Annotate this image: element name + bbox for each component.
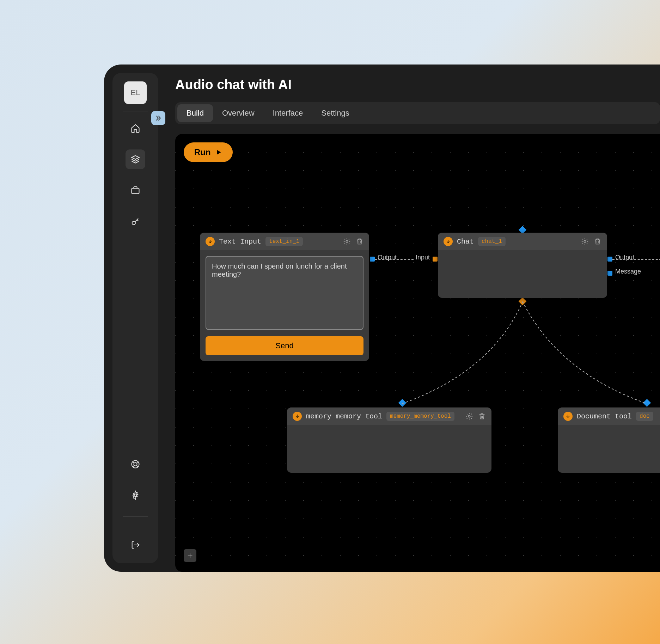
arrow-down-icon (566, 414, 570, 419)
port-input[interactable] (433, 257, 438, 262)
add-node-button[interactable]: + (184, 549, 196, 562)
chevron-double-right-icon (155, 115, 162, 122)
arrow-down-icon (295, 414, 300, 419)
connector-2 (612, 259, 660, 260)
node-id: text_in_1 (265, 237, 303, 246)
node-id: memory_memory_tool (386, 412, 454, 421)
text-input-field[interactable] (206, 256, 363, 330)
expand-sidebar-button[interactable] (151, 111, 165, 125)
gear-icon[interactable] (465, 412, 473, 420)
tab-settings[interactable]: Settings (312, 104, 359, 122)
tab-interface[interactable]: Interface (264, 104, 312, 122)
nav-help[interactable] (126, 454, 145, 474)
node-header: Chat chat_1 (438, 233, 607, 250)
page-title: Audio chat with AI (175, 77, 660, 92)
nav-logout[interactable] (126, 535, 145, 555)
run-button[interactable]: Run (184, 142, 233, 162)
gear-icon (130, 490, 140, 500)
node-body: Send (200, 250, 369, 361)
connector-1 (375, 259, 414, 260)
port-output-label: Output (378, 254, 397, 261)
port-chat-message[interactable] (607, 271, 612, 276)
arrow-down-icon (446, 239, 451, 244)
gear-icon[interactable] (581, 238, 589, 245)
node-actions (581, 238, 601, 245)
nav-settings[interactable] (126, 485, 145, 505)
port-chat-output-label: Output (615, 254, 634, 261)
nav-key[interactable] (126, 211, 145, 231)
canvas[interactable]: Run Output Input Output Message (175, 134, 660, 572)
sidebar-divider (123, 111, 148, 111)
node-title: Text Input (219, 238, 261, 246)
node-title: Chat (457, 238, 474, 246)
node-document[interactable]: Document tool doc (558, 407, 660, 473)
node-memory[interactable]: memory memory tool memory_memory_tool (287, 407, 491, 473)
tabs: Build Overview Interface Settings (175, 102, 660, 124)
sidebar-divider-bottom (123, 516, 148, 517)
lifebuoy-icon (130, 459, 140, 469)
nav-top-group (126, 118, 145, 231)
node-header: memory memory tool memory_memory_tool (287, 407, 491, 425)
briefcase-icon (130, 185, 140, 195)
port-chat-output[interactable] (607, 257, 612, 262)
home-icon (130, 123, 140, 133)
node-header: Document tool doc (558, 407, 660, 425)
trash-icon[interactable] (478, 412, 486, 420)
node-chat[interactable]: Chat chat_1 (438, 233, 607, 298)
node-title: memory memory tool (306, 412, 382, 421)
port-input-label: Input (416, 254, 430, 261)
port-chat-message-label: Message (615, 268, 641, 275)
node-header: Text Input text_in_1 (200, 233, 369, 250)
gear-icon[interactable] (343, 238, 351, 245)
app-window: EL (104, 65, 660, 572)
node-actions (343, 238, 363, 245)
node-id: chat_1 (478, 237, 506, 246)
layers-icon (130, 154, 140, 164)
node-icon (444, 237, 453, 246)
tab-overview[interactable]: Overview (213, 104, 264, 122)
curve-doc (522, 301, 649, 405)
node-id: doc (636, 412, 653, 421)
nav-briefcase[interactable] (126, 180, 145, 200)
arrow-down-icon (208, 239, 213, 244)
node-text-input[interactable]: Text Input text_in_1 Send (200, 233, 369, 361)
nav-layers[interactable] (126, 149, 145, 169)
send-button[interactable]: Send (206, 336, 363, 355)
svg-point-5 (346, 240, 348, 243)
curve-memory (399, 301, 526, 405)
sidebar: EL (112, 73, 158, 563)
node-title: Document tool (577, 412, 632, 421)
svg-rect-0 (132, 188, 139, 194)
trash-icon[interactable] (356, 238, 363, 245)
main-content: Audio chat with AI Build Overview Interf… (158, 65, 660, 572)
run-label: Run (194, 147, 211, 157)
svg-point-3 (134, 462, 137, 466)
key-icon (130, 216, 140, 226)
nav-home[interactable] (126, 118, 145, 138)
avatar[interactable]: EL (124, 81, 147, 104)
node-icon (206, 237, 215, 246)
trash-icon[interactable] (594, 238, 601, 245)
svg-point-4 (134, 494, 137, 497)
node-actions (465, 412, 486, 420)
tab-build[interactable]: Build (177, 104, 213, 122)
logout-icon (130, 540, 140, 550)
port-output[interactable] (370, 257, 375, 262)
node-icon (293, 412, 302, 421)
nav-bottom-group (123, 454, 148, 555)
svg-point-1 (132, 221, 135, 225)
svg-point-6 (584, 240, 586, 243)
play-icon (215, 149, 222, 156)
svg-point-7 (468, 415, 470, 417)
node-icon (563, 412, 573, 421)
